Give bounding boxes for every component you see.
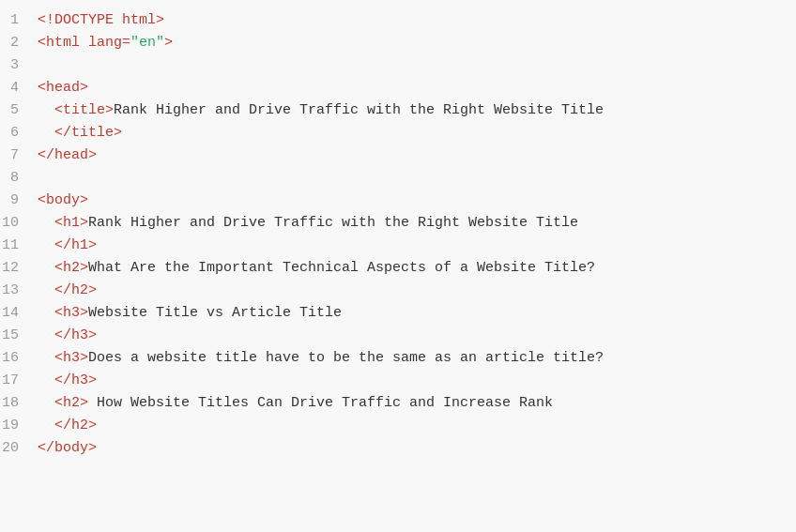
- syntax-token: <h2>: [38, 260, 88, 276]
- code-editor: 1<!DOCTYPE html>2<html lang="en">3 4<hea…: [0, 0, 796, 532]
- line-number: 6: [0, 122, 38, 144]
- line-content: <body>: [38, 190, 781, 212]
- code-line: 18 <h2> How Website Titles Can Drive Tra…: [0, 392, 796, 415]
- syntax-token: </h3>: [38, 327, 97, 343]
- code-line: 20</body>: [0, 437, 796, 460]
- syntax-token: <html: [38, 35, 88, 51]
- code-line: 3: [0, 54, 796, 77]
- line-content: <h3>Does a website title have to be the …: [38, 347, 781, 370]
- line-number: 9: [0, 190, 38, 212]
- syntax-token: How Website Titles Can Drive Traffic and…: [88, 395, 553, 411]
- syntax-token: <title>: [38, 102, 114, 118]
- line-content: </h1>: [38, 235, 781, 257]
- line-content: </h3>: [38, 370, 781, 392]
- line-number: 14: [0, 302, 38, 325]
- line-content: [38, 167, 781, 190]
- line-number: 15: [0, 325, 38, 347]
- code-line: 8: [0, 167, 796, 190]
- code-line: 11 </h1>: [0, 235, 796, 257]
- syntax-token: Rank Higher and Drive Traffic with the R…: [114, 102, 604, 118]
- syntax-token: Website Title vs Article Title: [88, 305, 342, 321]
- code-line: 19 </h2>: [0, 415, 796, 437]
- line-number: 10: [0, 212, 38, 235]
- line-content: </h3>: [38, 325, 781, 347]
- line-content: </h2>: [38, 415, 781, 437]
- syntax-token: <body>: [38, 192, 88, 208]
- line-number: 2: [0, 32, 38, 54]
- line-content: <head>: [38, 77, 781, 99]
- line-content: <html lang="en">: [38, 32, 781, 54]
- line-number: 3: [0, 54, 38, 77]
- code-line: 7</head>: [0, 144, 796, 167]
- syntax-token: <!DOCTYPE html>: [38, 12, 164, 28]
- syntax-token: </body>: [38, 440, 97, 456]
- line-content: [38, 54, 781, 77]
- syntax-token: </h1>: [38, 237, 97, 253]
- code-line: 5 <title>Rank Higher and Drive Traffic w…: [0, 99, 796, 122]
- syntax-token: </head>: [38, 147, 97, 163]
- code-line: 16 <h3>Does a website title have to be t…: [0, 347, 796, 370]
- line-number: 12: [0, 257, 38, 280]
- syntax-token: What Are the Important Technical Aspects…: [88, 260, 595, 276]
- syntax-token: </h2>: [38, 418, 97, 433]
- line-number: 4: [0, 77, 38, 99]
- line-number: 17: [0, 370, 38, 392]
- syntax-token: <h3>: [38, 350, 88, 366]
- syntax-token: <h3>: [38, 305, 88, 321]
- line-content: </title>: [38, 122, 781, 144]
- line-content: </head>: [38, 144, 781, 167]
- line-number: 13: [0, 280, 38, 302]
- syntax-token: <head>: [38, 80, 88, 96]
- line-number: 8: [0, 167, 38, 190]
- syntax-token: "en": [130, 35, 164, 51]
- syntax-token: <h1>: [38, 215, 88, 231]
- code-line: 10 <h1>Rank Higher and Drive Traffic wit…: [0, 212, 796, 235]
- syntax-token: </h3>: [38, 372, 97, 388]
- line-number: 16: [0, 347, 38, 370]
- line-number: 19: [0, 415, 38, 437]
- line-content: <!DOCTYPE html>: [38, 9, 781, 32]
- line-content: <title>Rank Higher and Drive Traffic wit…: [38, 99, 781, 122]
- line-content: <h2>What Are the Important Technical Asp…: [38, 257, 781, 280]
- line-number: 20: [0, 437, 38, 460]
- code-line: 1<!DOCTYPE html>: [0, 9, 796, 32]
- syntax-token: Does a website title have to be the same…: [88, 350, 604, 366]
- line-content: <h3>Website Title vs Article Title: [38, 302, 781, 325]
- syntax-token: </h2>: [38, 282, 97, 298]
- code-line: 15 </h3>: [0, 325, 796, 347]
- code-line: 13 </h2>: [0, 280, 796, 302]
- code-line: 17 </h3>: [0, 370, 796, 392]
- line-content: </h2>: [38, 280, 781, 302]
- syntax-token: Rank Higher and Drive Traffic with the R…: [88, 215, 578, 231]
- line-number: 18: [0, 392, 38, 415]
- line-content: <h2> How Website Titles Can Drive Traffi…: [38, 392, 781, 415]
- code-line: 12 <h2>What Are the Important Technical …: [0, 257, 796, 280]
- code-line: 14 <h3>Website Title vs Article Title: [0, 302, 796, 325]
- line-number: 1: [0, 9, 38, 32]
- syntax-token: <h2>: [38, 395, 88, 411]
- line-content: </body>: [38, 437, 781, 460]
- code-line: 2<html lang="en">: [0, 32, 796, 54]
- line-number: 5: [0, 99, 38, 122]
- code-line: 9<body>: [0, 190, 796, 212]
- line-number: 11: [0, 235, 38, 257]
- code-line: 6 </title>: [0, 122, 796, 144]
- code-line: 4<head>: [0, 77, 796, 99]
- line-number: 7: [0, 144, 38, 167]
- line-content: <h1>Rank Higher and Drive Traffic with t…: [38, 212, 781, 235]
- syntax-token: </title>: [38, 125, 122, 141]
- syntax-token: >: [164, 35, 173, 51]
- syntax-token: lang=: [88, 35, 130, 51]
